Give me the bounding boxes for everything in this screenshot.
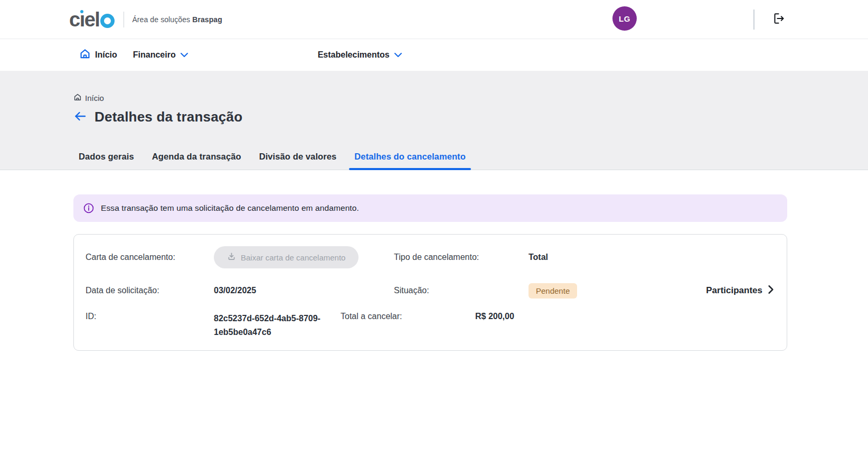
tab-detalhes-do-cancelamento[interactable]: Detalhes do cancelamento (349, 152, 471, 170)
situacao-label: Situação: (394, 286, 529, 295)
brand: cıel Área de soluções Braspag (69, 10, 222, 30)
tipo-value: Total (529, 253, 774, 262)
nav-item-financeiro[interactable]: Financeiro (133, 50, 188, 60)
data-solicitacao-label: Data de solicitação: (86, 286, 214, 295)
nav-item-estabelecimentos[interactable]: Estabelecimentos (318, 50, 402, 60)
card-row-2: Data de solicitação: 03/02/2025 Situação… (86, 282, 774, 299)
header-divider (753, 10, 754, 30)
id-label: ID: (86, 312, 214, 321)
breadcrumb[interactable]: Início (73, 93, 868, 103)
cancellation-details-card: Carta de cancelamento: Baixar carta de c… (73, 234, 787, 351)
tab-dados-gerais[interactable]: Dados gerais (73, 152, 139, 170)
participantes-link[interactable]: Participantes (706, 285, 774, 297)
main-nav: Início Financeiro Estabelecimentos (0, 39, 868, 71)
page-title: Detalhes da transação (95, 109, 242, 125)
card-row-3: ID: 82c5237d-652d-4ab5-8709-1eb5be0a47c6… (86, 312, 774, 339)
page-subheader: Início Detalhes da transação Dados gerai… (0, 71, 868, 170)
sign-out-icon (771, 12, 786, 27)
logo-i-dot (80, 10, 83, 13)
situacao-value: Pendente (529, 283, 706, 299)
download-cancellation-letter-button[interactable]: Baixar carta de cancelamento (214, 246, 358, 268)
active-tab-underline (349, 168, 471, 170)
user-avatar[interactable]: LG (612, 6, 637, 31)
brand-subtitle: Área de soluções Braspag (132, 15, 222, 24)
tab-bar: Dados gerais Agenda da transação Divisão… (73, 152, 478, 170)
logout-button[interactable] (770, 12, 787, 27)
logo-o-ring (100, 14, 115, 28)
home-icon (73, 93, 82, 103)
nav-item-inicio[interactable]: Início (79, 48, 117, 62)
main-content: Essa transação tem uma solicitação de ca… (0, 170, 868, 351)
info-banner: Essa transação tem uma solicitação de ca… (73, 194, 787, 222)
info-icon (83, 202, 95, 214)
status-badge: Pendente (529, 283, 577, 299)
total-cancelar-label: Total a cancelar: (341, 312, 475, 321)
data-solicitacao-value: 03/02/2025 (214, 286, 394, 295)
cielo-logo: cıel (69, 10, 115, 30)
brand-divider (124, 12, 124, 27)
banner-message: Essa transação tem uma solicitação de ca… (101, 203, 359, 213)
tipo-label: Tipo de cancelamento: (394, 253, 529, 262)
carta-label: Carta de cancelamento: (86, 253, 214, 262)
brand-subtitle-bold: Braspag (192, 15, 222, 24)
title-row: Detalhes da transação (73, 109, 868, 125)
chevron-down-icon (180, 51, 188, 60)
home-icon (79, 48, 91, 62)
carta-value: Baixar carta de cancelamento (214, 246, 394, 268)
back-button[interactable] (73, 110, 87, 124)
arrow-left-icon (74, 110, 87, 124)
breadcrumb-label: Início (85, 94, 104, 102)
chevron-right-icon (768, 285, 774, 297)
chevron-down-icon (394, 51, 402, 60)
tab-divisao-de-valores[interactable]: Divisão de valores (254, 152, 342, 170)
download-icon (227, 252, 236, 263)
tab-agenda-da-transacao[interactable]: Agenda da transação (147, 152, 247, 170)
total-cancelar-value: R$ 200,00 (475, 312, 774, 321)
id-value: 82c5237d-652d-4ab5-8709-1eb5be0a47c6 (214, 312, 341, 339)
card-row-1: Carta de cancelamento: Baixar carta de c… (86, 246, 774, 268)
app-header: cıel Área de soluções Braspag LG (0, 0, 868, 39)
